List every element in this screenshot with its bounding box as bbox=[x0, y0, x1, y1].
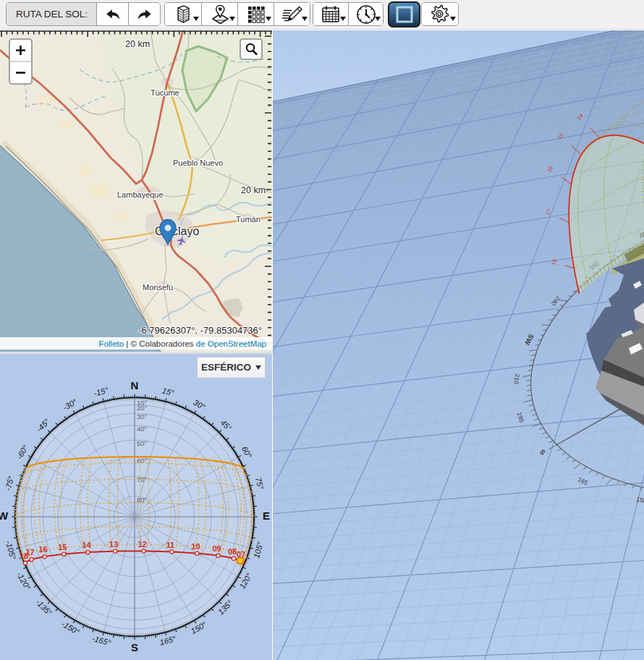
svg-text:40°: 40° bbox=[137, 425, 148, 433]
svg-text:50°: 50° bbox=[137, 439, 148, 447]
svg-text:Tumán: Tumán bbox=[236, 215, 260, 224]
svg-text:20 km: 20 km bbox=[241, 185, 266, 195]
svg-text:S: S bbox=[131, 641, 138, 653]
svg-text:N: N bbox=[131, 379, 139, 392]
svg-text:14: 14 bbox=[82, 541, 91, 549]
svg-text:08: 08 bbox=[228, 547, 237, 556]
svg-text:18: 18 bbox=[20, 551, 28, 560]
svg-text:16: 16 bbox=[39, 545, 48, 554]
svg-text:Monsefú: Monsefú bbox=[143, 283, 173, 292]
svg-text:-6.79626307°, -79.85304736°: -6.79626307°, -79.85304736° bbox=[138, 325, 262, 336]
svg-text:10: 10 bbox=[191, 542, 200, 551]
svg-text:12: 12 bbox=[138, 540, 147, 549]
svg-text:15: 15 bbox=[58, 543, 67, 551]
svg-text:Lambayeque: Lambayeque bbox=[117, 190, 164, 199]
svg-text:Túcume: Túcume bbox=[151, 88, 179, 97]
svg-text:70°: 70° bbox=[137, 475, 148, 483]
svg-text:Folleto | © Colaboradores de O: Folleto | © Colaboradores de OpenStreetM… bbox=[99, 339, 266, 348]
svg-text:11: 11 bbox=[166, 541, 174, 549]
svg-text:09: 09 bbox=[212, 544, 221, 553]
svg-text:60°: 60° bbox=[137, 457, 148, 465]
svg-text:20 km: 20 km bbox=[125, 39, 150, 49]
svg-text:80°: 80° bbox=[137, 496, 148, 504]
svg-text:E: E bbox=[263, 509, 270, 522]
svg-text:20°: 20° bbox=[137, 404, 148, 412]
svg-text:13: 13 bbox=[109, 540, 118, 549]
svg-text:30°: 30° bbox=[137, 412, 148, 420]
svg-text:07: 07 bbox=[237, 550, 245, 559]
svg-text:Pueblo Nuevo: Pueblo Nuevo bbox=[173, 158, 223, 167]
svg-text:W: W bbox=[0, 509, 9, 522]
svg-text:210: 210 bbox=[512, 373, 521, 385]
